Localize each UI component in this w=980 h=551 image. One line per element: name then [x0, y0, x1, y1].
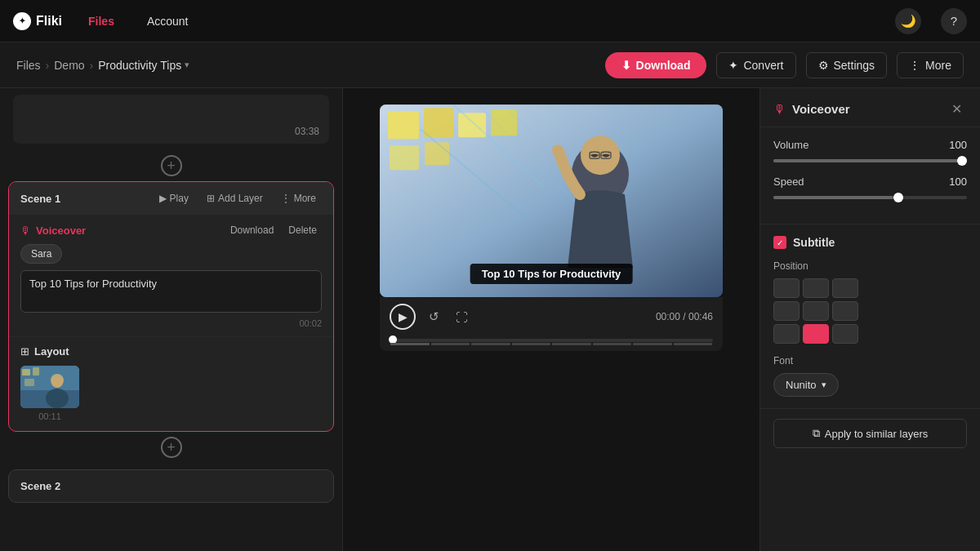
layout-thumb-img [20, 366, 79, 408]
video-fullscreen-btn[interactable]: ⛶ [452, 307, 471, 327]
right-panel-close-btn[interactable]: ✕ [947, 100, 967, 118]
right-panel-header: 🎙 Voiceover ✕ [760, 88, 980, 127]
speed-slider[interactable] [773, 196, 967, 199]
video-time-display: 00:00 / 00:46 [656, 311, 713, 322]
pos-cell-bc[interactable] [803, 324, 829, 344]
volume-section: Volume 100 Speed 100 [760, 127, 980, 224]
breadcrumb-demo[interactable]: Demo [54, 59, 84, 72]
volume-row: Volume 100 [773, 139, 967, 151]
scene-1-header: Scene 1 ▶ Play ⊞ Add Layer ⋮ More [9, 182, 333, 215]
timeline-tick-4 [512, 343, 551, 345]
layout-timestamp: 00:11 [20, 411, 79, 421]
speed-row: Speed 100 [773, 176, 967, 188]
settings-button[interactable]: ⚙ Settings [806, 52, 888, 78]
voiceover-download-btn[interactable]: Download [225, 223, 278, 238]
right-panel: 🎙 Voiceover ✕ Volume 100 Speed 100 [760, 88, 980, 551]
font-select-btn[interactable]: Nunito ▾ [773, 373, 839, 397]
position-grid [773, 278, 967, 344]
apply-similar-btn[interactable]: ⧉ Apply to similar layers [773, 419, 967, 448]
svg-rect-15 [425, 142, 449, 165]
center-panel: Top 10 Tips for Productivity ▶ ↺ ⛶ 00:00… [343, 88, 760, 551]
top-nav: ✦ Fliki Files Account 🌙 ? [0, 0, 980, 42]
speed-slider-thumb[interactable] [893, 193, 903, 202]
subtitle-section: ✓ Subtitle Position Font Nunito [760, 224, 980, 409]
nav-account[interactable]: Account [140, 11, 195, 31]
video-play-btn[interactable]: ▶ [390, 304, 416, 330]
breadcrumb-sep-2: › [90, 59, 94, 72]
scene-1-more-btn[interactable]: ⋮ More [275, 190, 322, 207]
download-button[interactable]: ⬇ Download [605, 52, 707, 78]
pos-cell-ml[interactable] [773, 301, 800, 321]
video-preview: Top 10 Tips for Productivity [380, 104, 723, 297]
layout-layer-header: ⊞ Layout [20, 345, 322, 358]
layout-thumb-svg [20, 366, 79, 408]
volume-label: Volume [773, 139, 949, 151]
pos-cell-tl[interactable] [773, 278, 800, 298]
scene-2-card: Scene 2 [8, 469, 334, 503]
breadcrumb-files[interactable]: Files [16, 59, 41, 72]
voice-chip[interactable]: Sara [20, 244, 62, 264]
scene-1-title: Scene 1 [20, 193, 60, 205]
speed-label: Speed [773, 176, 949, 188]
voiceover-delete-btn[interactable]: Delete [283, 223, 322, 238]
app-logo[interactable]: ✦ Fliki [13, 12, 62, 30]
font-chevron-icon: ▾ [822, 380, 826, 390]
svg-rect-5 [22, 369, 30, 375]
left-panel: 03:38 + Scene 1 ▶ Play ⊞ Add Layer ⋮ [0, 88, 343, 551]
voiceover-layer-title: Voiceover [36, 224, 86, 237]
mic-icon: 🎙 [20, 224, 31, 237]
add-layer-icon: ⊞ [207, 193, 215, 204]
svg-rect-12 [458, 113, 486, 137]
more-button[interactable]: ⋮ More [897, 52, 964, 78]
app-logo-icon: ✦ [13, 12, 31, 30]
convert-icon: ✦ [728, 59, 738, 72]
video-replay-btn[interactable]: ↺ [425, 306, 443, 327]
layout-thumbnail[interactable] [20, 366, 79, 408]
add-scene-circle-2-icon: + [161, 437, 182, 458]
main-content: 03:38 + Scene 1 ▶ Play ⊞ Add Layer ⋮ [0, 88, 980, 551]
pos-cell-br[interactable] [832, 324, 858, 344]
timeline-tick-8 [674, 343, 713, 345]
play-icon: ▶ [159, 193, 167, 204]
layout-layer-title: Layout [34, 345, 69, 358]
right-panel-title: Voiceover [792, 102, 940, 116]
pos-cell-mc[interactable] [803, 301, 829, 321]
pos-cell-bl[interactable] [773, 324, 800, 344]
breadcrumb-chevron-icon: ▾ [185, 60, 189, 70]
add-scene-btn-between[interactable]: + [0, 432, 342, 463]
volume-slider[interactable] [773, 159, 967, 162]
copy-icon: ⧉ [813, 427, 820, 440]
svg-point-4 [51, 376, 63, 388]
position-label: Position [773, 260, 967, 272]
scene-1-play-btn[interactable]: ▶ Play [154, 190, 194, 207]
breadcrumb-current[interactable]: Productivity Tips ▾ [98, 59, 189, 72]
timeline-tick-2 [431, 343, 470, 345]
volume-slider-thumb[interactable] [957, 156, 967, 166]
pos-cell-tr[interactable] [832, 278, 858, 298]
convert-button[interactable]: ✦ Convert [716, 52, 795, 78]
timeline-tick-5 [552, 343, 591, 345]
scene-1-add-layer-btn[interactable]: ⊞ Add Layer [201, 190, 269, 207]
pos-cell-mr[interactable] [832, 301, 858, 321]
settings-icon: ⚙ [818, 59, 829, 72]
nav-files[interactable]: Files [82, 11, 121, 31]
svg-point-3 [46, 389, 69, 408]
pos-cell-tc[interactable] [803, 278, 829, 298]
add-scene-circle-icon: + [161, 155, 182, 176]
font-label: Font [773, 355, 967, 367]
subtitle-header: ✓ Subtitle [773, 236, 967, 249]
voiceover-text-input[interactable] [20, 270, 322, 313]
subtitle-checkbox[interactable]: ✓ [773, 236, 786, 249]
add-scene-btn-top[interactable]: + [0, 150, 342, 181]
timeline-tick-1 [390, 343, 430, 345]
toolbar: Files › Demo › Productivity Tips ▾ ⬇ Dow… [0, 42, 980, 88]
subtitle-label: Subtitle [793, 236, 835, 249]
dark-mode-btn[interactable]: 🌙 [895, 8, 921, 34]
timeline-tick-7 [633, 343, 672, 345]
help-btn[interactable]: ? [941, 8, 967, 34]
svg-rect-7 [24, 379, 34, 386]
prev-scene-timestamp: 03:38 [295, 126, 319, 137]
svg-rect-6 [33, 367, 39, 375]
prev-scene-stub: 03:38 [13, 95, 329, 144]
voiceover-timestamp: 00:02 [20, 318, 322, 328]
